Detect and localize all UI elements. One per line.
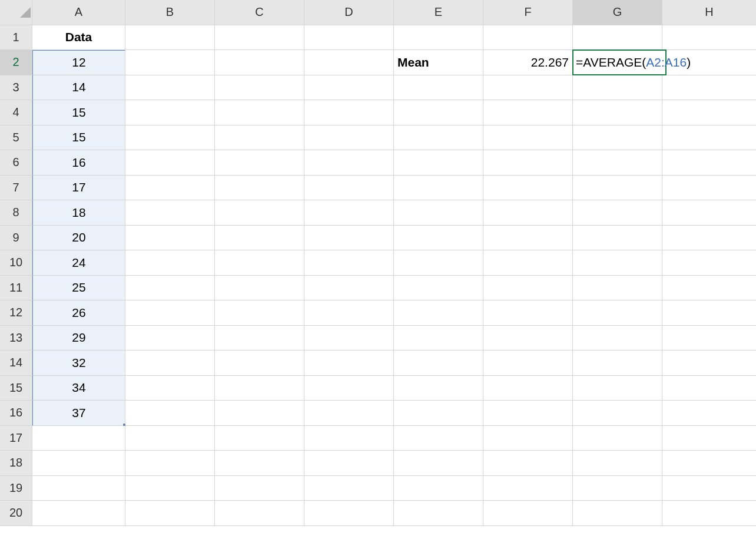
cell-E3[interactable] (394, 75, 483, 101)
cell-H17[interactable] (662, 426, 756, 451)
cell-E9[interactable] (394, 226, 483, 251)
cell-G19[interactable] (573, 476, 662, 501)
formula-editor[interactable]: =AVERAGE(A2:A16) (572, 49, 667, 75)
cell-A13[interactable]: 29 (32, 326, 125, 351)
cell-F12[interactable] (483, 300, 573, 326)
row-header-12[interactable]: 12 (0, 300, 32, 326)
cell-F8[interactable] (483, 200, 573, 226)
row-header-3[interactable]: 3 (0, 75, 32, 101)
cell-D6[interactable] (304, 150, 394, 176)
cell-F20[interactable] (483, 501, 573, 526)
cell-G15[interactable] (573, 376, 662, 401)
cell-E12[interactable] (394, 300, 483, 326)
cell-F13[interactable] (483, 326, 573, 351)
cell-C17[interactable] (215, 426, 304, 451)
cell-D4[interactable] (304, 100, 394, 125)
cell-D1[interactable] (304, 25, 394, 51)
cell-A6[interactable]: 16 (32, 150, 125, 176)
cell-D16[interactable] (304, 401, 394, 426)
cell-A2[interactable]: 12 (32, 50, 125, 75)
cell-B10[interactable] (125, 250, 215, 276)
cell-C16[interactable] (215, 401, 304, 426)
cell-C1[interactable] (215, 25, 304, 51)
cell-C7[interactable] (215, 176, 304, 201)
cell-H7[interactable] (662, 176, 756, 201)
cell-G1[interactable] (573, 25, 662, 51)
cell-E19[interactable] (394, 476, 483, 501)
cell-A5[interactable]: 15 (32, 125, 125, 151)
cell-G3[interactable] (573, 75, 662, 101)
cell-B14[interactable] (125, 350, 215, 376)
cell-C2[interactable] (215, 50, 304, 75)
cell-E11[interactable] (394, 276, 483, 301)
cell-F10[interactable] (483, 250, 573, 276)
cell-B16[interactable] (125, 401, 215, 426)
cell-D14[interactable] (304, 350, 394, 376)
cell-G6[interactable] (573, 150, 662, 176)
cell-F17[interactable] (483, 426, 573, 451)
cell-B5[interactable] (125, 125, 215, 151)
cell-D9[interactable] (304, 226, 394, 251)
cell-A16[interactable]: 37 (32, 401, 125, 426)
cell-F4[interactable] (483, 100, 573, 125)
cell-H15[interactable] (662, 376, 756, 401)
cell-F16[interactable] (483, 401, 573, 426)
cell-D7[interactable] (304, 176, 394, 201)
cell-A7[interactable]: 17 (32, 176, 125, 201)
cell-B2[interactable] (125, 50, 215, 75)
row-header-2[interactable]: 2 (0, 50, 32, 75)
cell-F2[interactable]: 22.267 (483, 50, 573, 75)
cell-G9[interactable] (573, 226, 662, 251)
cell-B15[interactable] (125, 376, 215, 401)
cell-C9[interactable] (215, 226, 304, 251)
cell-C12[interactable] (215, 300, 304, 326)
cell-C19[interactable] (215, 476, 304, 501)
cell-D8[interactable] (304, 200, 394, 226)
cell-B19[interactable] (125, 476, 215, 501)
cell-B9[interactable] (125, 226, 215, 251)
spreadsheet-grid[interactable]: A B C D E F G H 1 Data 2 12 Mean 22.267 … (0, 0, 756, 526)
col-header-G[interactable]: G (573, 0, 662, 25)
cell-E14[interactable] (394, 350, 483, 376)
cell-C11[interactable] (215, 276, 304, 301)
cell-C6[interactable] (215, 150, 304, 176)
cell-D20[interactable] (304, 501, 394, 526)
cell-G20[interactable] (573, 501, 662, 526)
cell-B11[interactable] (125, 276, 215, 301)
cell-B8[interactable] (125, 200, 215, 226)
cell-G8[interactable] (573, 200, 662, 226)
row-header-14[interactable]: 14 (0, 350, 32, 376)
cell-C13[interactable] (215, 326, 304, 351)
cell-D2[interactable] (304, 50, 394, 75)
cell-F19[interactable] (483, 476, 573, 501)
cell-H5[interactable] (662, 125, 756, 151)
cell-F14[interactable] (483, 350, 573, 376)
cell-H13[interactable] (662, 326, 756, 351)
col-header-C[interactable]: C (215, 0, 304, 25)
cell-A1[interactable]: Data (32, 25, 125, 51)
cell-H11[interactable] (662, 276, 756, 301)
cell-D12[interactable] (304, 300, 394, 326)
cell-B12[interactable] (125, 300, 215, 326)
cell-A12[interactable]: 26 (32, 300, 125, 326)
cell-A4[interactable]: 15 (32, 100, 125, 125)
cell-H9[interactable] (662, 226, 756, 251)
cell-E17[interactable] (394, 426, 483, 451)
cell-D17[interactable] (304, 426, 394, 451)
cell-E5[interactable] (394, 125, 483, 151)
cell-F3[interactable] (483, 75, 573, 101)
cell-G10[interactable] (573, 250, 662, 276)
cell-G5[interactable] (573, 125, 662, 151)
cell-D11[interactable] (304, 276, 394, 301)
cell-B20[interactable] (125, 501, 215, 526)
cell-B17[interactable] (125, 426, 215, 451)
cell-E2[interactable]: Mean (394, 50, 483, 75)
cell-H4[interactable] (662, 100, 756, 125)
cell-C5[interactable] (215, 125, 304, 151)
row-header-18[interactable]: 18 (0, 451, 32, 476)
row-header-10[interactable]: 10 (0, 250, 32, 276)
cell-D3[interactable] (304, 75, 394, 101)
cell-A20[interactable] (32, 501, 125, 526)
cell-F15[interactable] (483, 376, 573, 401)
row-header-20[interactable]: 20 (0, 501, 32, 526)
